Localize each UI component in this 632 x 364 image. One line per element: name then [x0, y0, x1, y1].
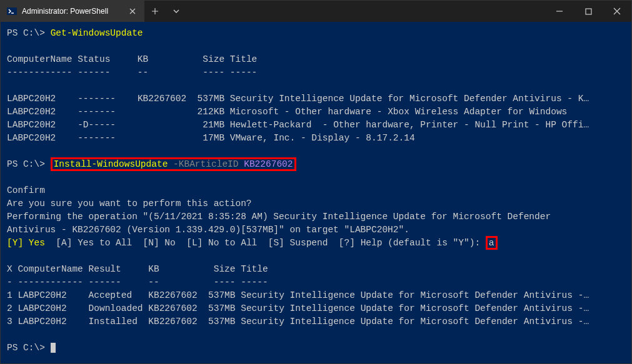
- confirm-options-line: [Y] Yes [A] Yes to All [N] No [L] No to …: [7, 236, 498, 250]
- command-text: Get-WindowsUpdate: [51, 28, 143, 38]
- table-separator: ------------ ------ -- ---- -----: [7, 67, 257, 77]
- terminal-window: Administrator: PowerShell PS C:\> Get-Wi…: [0, 0, 632, 364]
- cursor: [51, 343, 56, 353]
- table-row: LABPC20H2 ------- 212KB Microsoft - Othe…: [7, 107, 567, 117]
- svg-rect-3: [586, 9, 591, 14]
- close-button[interactable]: [603, 1, 631, 22]
- powershell-icon: [7, 6, 17, 16]
- tab-powershell[interactable]: Administrator: PowerShell: [1, 1, 144, 22]
- table-header: X ComputerName Result KB Size Title: [7, 264, 268, 274]
- table-row: LABPC20H2 ------- KB2267602 537MB Securi…: [7, 94, 589, 104]
- table-row: LABPC20H2 ------- 17MB VMware, Inc. - Di…: [7, 133, 415, 143]
- svg-rect-0: [7, 7, 17, 15]
- prompt: PS C:\>: [7, 28, 45, 38]
- prompt: PS C:\>: [7, 343, 45, 353]
- new-tab-button[interactable]: [144, 1, 166, 22]
- confirm-detail: Performing the operation "(5/11/2021 8:3…: [7, 212, 551, 222]
- titlebar-drag-area[interactable]: [187, 1, 545, 22]
- terminal-body[interactable]: PS C:\> Get-WindowsUpdate ComputerName S…: [1, 22, 631, 363]
- tab-close-button[interactable]: [127, 6, 138, 17]
- table-row: LABPC20H2 -D----- 21MB Hewlett-Packard -…: [7, 120, 589, 130]
- table-row: 2 LABPC20H2 Downloaded KB2267602 537MB S…: [7, 303, 589, 313]
- maximize-button[interactable]: [574, 1, 603, 22]
- tab-title: Administrator: PowerShell: [22, 7, 122, 16]
- prompt: PS C:\>: [7, 159, 45, 169]
- minimize-button[interactable]: [545, 1, 574, 22]
- highlighted-input: a: [486, 236, 498, 250]
- highlighted-command: Install-WindowsUpdate -KBArticleID KB226…: [51, 157, 296, 171]
- table-separator: - ------------ ------ -- ---- -----: [7, 277, 268, 287]
- tab-dropdown-button[interactable]: [166, 1, 187, 22]
- table-row: 1 LABPC20H2 Accepted KB2267602 537MB Sec…: [7, 290, 589, 300]
- confirm-heading: Confirm: [7, 185, 45, 195]
- table-header: ComputerName Status KB Size Title: [7, 54, 257, 64]
- table-row: 3 LABPC20H2 Installed KB2267602 537MB Se…: [7, 317, 589, 327]
- confirm-detail: Antivirus - KB2267602 (Version 1.339.429…: [7, 225, 409, 235]
- titlebar[interactable]: Administrator: PowerShell: [1, 1, 631, 22]
- confirm-question: Are you sure you want to perform this ac…: [7, 199, 252, 209]
